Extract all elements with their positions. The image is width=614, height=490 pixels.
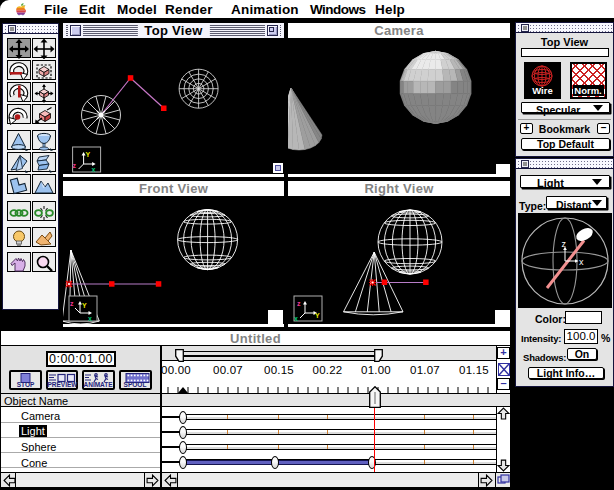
- svg-text:Y: Y: [86, 151, 91, 158]
- svg-text:x: x: [92, 166, 96, 173]
- svg-text:z: z: [297, 300, 301, 307]
- svg-text:Y: Y: [82, 302, 87, 309]
- svg-text:x: x: [294, 315, 298, 322]
- svg-text:z: z: [70, 300, 74, 307]
- svg-text:Y: Y: [315, 312, 320, 319]
- svg-text:z: z: [562, 239, 567, 249]
- svg-text:z: z: [73, 162, 77, 169]
- svg-text:x: x: [88, 315, 92, 322]
- svg-text:x: x: [579, 257, 584, 267]
